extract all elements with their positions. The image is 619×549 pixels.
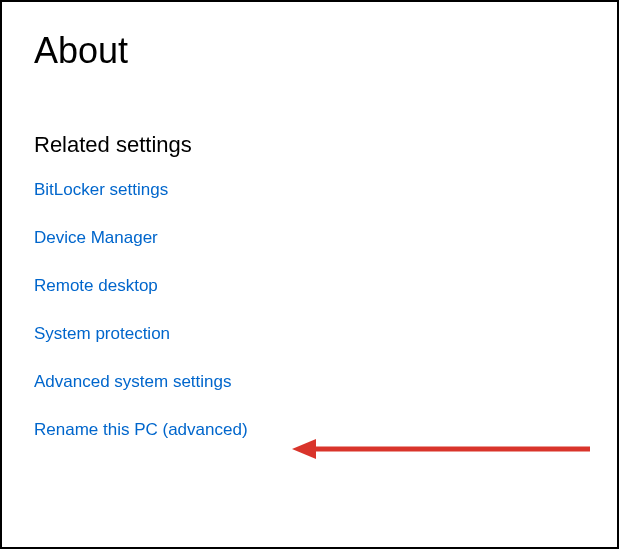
page-title: About xyxy=(34,30,585,72)
related-settings-list: BitLocker settings Device Manager Remote… xyxy=(34,180,585,440)
related-settings-heading: Related settings xyxy=(34,132,585,158)
bitlocker-settings-link[interactable]: BitLocker settings xyxy=(34,180,168,200)
device-manager-link[interactable]: Device Manager xyxy=(34,228,158,248)
svg-marker-1 xyxy=(292,439,316,459)
rename-pc-advanced-link[interactable]: Rename this PC (advanced) xyxy=(34,420,248,440)
advanced-system-settings-link[interactable]: Advanced system settings xyxy=(34,372,231,392)
remote-desktop-link[interactable]: Remote desktop xyxy=(34,276,158,296)
system-protection-link[interactable]: System protection xyxy=(34,324,170,344)
